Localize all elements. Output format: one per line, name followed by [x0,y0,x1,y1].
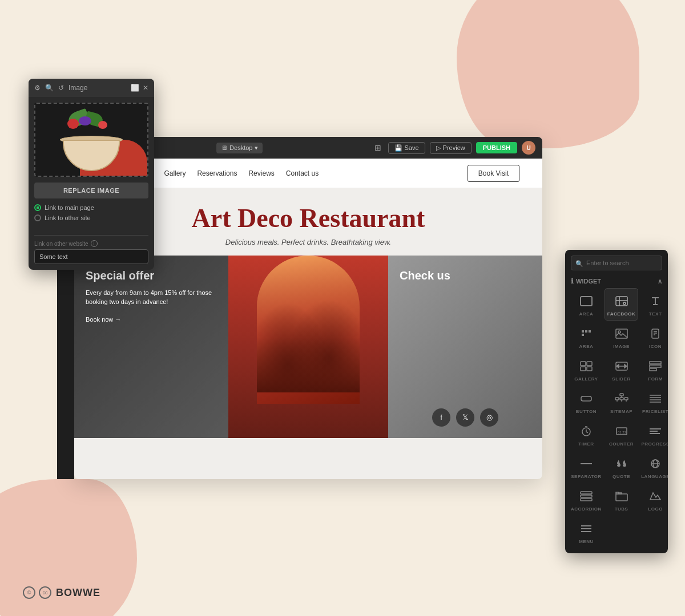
widget-tubs[interactable]: TUBS [605,484,638,515]
svg-rect-41 [581,492,592,494]
text-widget-icon [646,293,664,309]
search-icon: 🔍 [575,260,583,268]
widget-accordion[interactable]: ACCORDION [569,484,604,515]
radio-main-page[interactable] [34,204,41,211]
widget-icon-item[interactable]: ICON [639,321,668,352]
replace-image-button[interactable]: REPLACE IMAGE [34,183,148,198]
desktop-label: Desktop [229,144,252,151]
nav-contact-us[interactable]: Contact us [286,169,319,177]
svg-rect-24 [620,398,623,400]
widget-text[interactable]: TEXT [639,289,668,320]
link-other-site-option[interactable]: Link to other site [34,214,148,221]
svg-rect-25 [624,398,628,400]
widget-button[interactable]: BUTTON [569,386,604,418]
widget-slider[interactable]: SLIDER [605,354,638,385]
preview-button[interactable]: ▷ Preview [430,142,472,154]
panel-titlebar: ⚙ 🔍 ↺ Image ⬜ ✕ [29,79,154,97]
save-button[interactable]: 💾 Save [388,142,425,154]
svg-rect-0 [581,297,592,306]
collapse-icon[interactable]: ∧ [658,278,662,285]
widget-image[interactable]: IMAGE [605,321,638,352]
topbar-right-controls: ⊞ 💾 Save ▷ Preview PUBLISH U [372,141,535,155]
nav-reservations[interactable]: Reservations [197,169,237,177]
widget-area2[interactable]: AREA [569,321,604,352]
nav-reviews[interactable]: Reviews [248,169,274,177]
widget-sitemap[interactable]: SITEMAP [605,386,638,418]
radio-other-site[interactable] [34,214,41,221]
twitter-social-icon[interactable]: 𝕏 [456,408,474,427]
widget-section-label: WIDGET [576,278,601,285]
accordion-icon [577,488,595,504]
widget-timer[interactable]: TIMER [569,419,604,450]
link-main-page-option[interactable]: Link to main page [34,204,148,211]
widget-facebook[interactable]: FACEBOOK [605,289,638,320]
link-on-website-label: Link on other website [34,241,88,247]
svg-marker-16 [616,364,619,368]
panel-image-area [29,97,154,183]
book-now-link[interactable]: Book now → [86,316,217,323]
book-visit-button[interactable]: Book Visit [468,165,519,182]
widget-menu[interactable]: MENU [569,516,604,548]
brand-name: BOWWE [56,587,100,599]
area2-icon [577,326,595,342]
svg-rect-19 [650,365,661,367]
link-label-row: Link on other website i [29,240,154,249]
widget-menu-label: MENU [579,539,594,544]
close-icon[interactable]: ✕ [143,84,148,92]
widget-progress[interactable]: PROGRESS [639,419,668,450]
widget-gallery[interactable]: GALLERY [569,354,604,385]
site-cards-row: Special offer Every day from 9am to 4pm … [74,256,542,438]
publish-button[interactable]: PUBLISH [476,142,517,153]
desktop-view-button[interactable]: 🖥 Desktop ▾ [216,143,263,153]
image-widget-icon [613,326,631,342]
timer-icon [577,423,595,439]
search-icon: 🔍 [45,84,54,92]
widget-panel: 🔍 ℹ WIDGET ∧ AREA FACEB [565,250,668,553]
svg-rect-21 [581,396,591,401]
widget-area[interactable]: AREA [569,289,604,320]
widget-tubs-label: TUBS [615,506,628,512]
widget-pricelist[interactable]: PRICELIST [639,386,668,418]
restaurant-image-card [228,256,388,438]
widget-language-label: LANGUAGE [641,474,668,479]
creative-commons-icon: cc [39,586,51,599]
svg-rect-18 [650,362,661,364]
widget-logo[interactable]: LOGO [639,484,668,515]
widget-search-input[interactable] [571,256,662,270]
save-icon: 💾 [394,144,402,152]
gallery-icon [577,358,595,374]
widget-search-area: 🔍 [565,250,668,274]
sitemap-icon [613,391,631,407]
minimize-icon[interactable]: ⬜ [131,84,139,92]
preview-icon: ▷ [436,144,441,152]
nav-gallery[interactable]: Gallery [164,169,186,177]
widget-quote[interactable]: QUOTE [605,451,638,483]
widget-slider-label: SLIDER [612,376,630,382]
widget-separator[interactable]: SEPARATOR [569,451,604,483]
progress-icon [646,423,664,439]
settings-icon: ⚙ [34,84,41,92]
widget-logo-label: LOGO [648,506,663,512]
widget-form[interactable]: FORM [639,354,668,385]
svg-rect-43 [581,499,592,501]
widget-text-label: TEXT [649,311,662,317]
bowl-base [63,140,120,171]
svg-text:01:22: 01:22 [618,431,627,434]
language-icon [646,456,664,472]
widget-separator-label: SEPARATOR [571,474,601,479]
check-us-card: Check us f 𝕏 ◎ [388,256,542,438]
instagram-social-icon[interactable]: ◎ [480,408,498,427]
link-text-input[interactable] [34,249,148,264]
settings-icon[interactable]: ⊞ [372,142,384,153]
widget-language[interactable]: LANGUAGE [639,451,668,483]
info-icon: i [91,240,98,247]
svg-rect-12 [587,362,592,366]
facebook-social-icon[interactable]: f [432,408,450,427]
widget-sitemap-label: SITEMAP [610,409,632,414]
svg-rect-14 [587,367,592,371]
button-widget-icon [577,391,595,407]
user-avatar[interactable]: U [522,141,535,155]
widget-counter[interactable]: 01:22 COUNTER [605,419,638,450]
form-icon [646,358,664,374]
salad-tomato-1 [67,119,79,129]
